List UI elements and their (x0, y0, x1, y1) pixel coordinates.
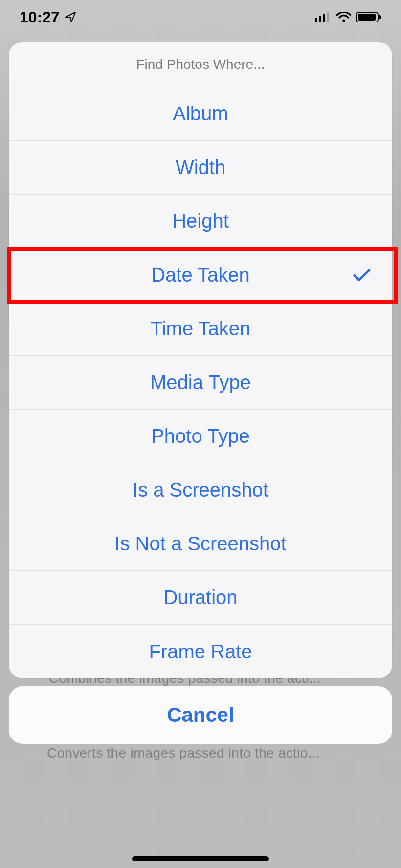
option-photo-type[interactable]: Photo Type (9, 410, 392, 463)
option-label: Time Taken (151, 318, 251, 340)
status-time: 10:27 (20, 8, 60, 26)
option-label: Is a Screenshot (133, 479, 268, 501)
background-hint-text: Converts the images passed into the acti… (47, 745, 320, 761)
action-sheet: Find Photos Where... Album Width Height … (9, 42, 392, 678)
option-date-taken[interactable]: Date Taken (9, 248, 392, 302)
option-duration[interactable]: Duration (9, 571, 392, 625)
option-width[interactable]: Width (9, 141, 392, 195)
option-is-not-screenshot[interactable]: Is Not a Screenshot (9, 517, 392, 571)
cellular-signal-icon (315, 12, 332, 22)
status-bar: 10:27 (0, 0, 401, 34)
option-media-type[interactable]: Media Type (9, 356, 392, 410)
option-label: Width (176, 156, 225, 178)
action-sheet-title: Find Photos Where... (9, 42, 392, 87)
svg-rect-0 (315, 18, 317, 22)
option-label: Is Not a Screenshot (114, 533, 286, 555)
cancel-label: Cancel (167, 703, 234, 727)
battery-icon (356, 11, 381, 23)
wifi-icon (336, 12, 351, 22)
option-is-screenshot[interactable]: Is a Screenshot (9, 463, 392, 517)
svg-rect-2 (323, 14, 325, 22)
svg-rect-3 (327, 12, 329, 22)
svg-point-4 (342, 19, 345, 22)
svg-rect-7 (379, 15, 381, 19)
option-label: Height (172, 210, 229, 232)
option-label: Frame Rate (149, 641, 252, 663)
option-height[interactable]: Height (9, 195, 392, 248)
svg-rect-6 (358, 14, 376, 21)
checkmark-icon (353, 264, 371, 286)
svg-rect-1 (319, 16, 321, 22)
cancel-button[interactable]: Cancel (9, 686, 392, 744)
option-label: Date Taken (151, 264, 250, 286)
option-label: Album (173, 103, 228, 125)
option-time-taken[interactable]: Time Taken (9, 302, 392, 356)
location-icon (65, 11, 76, 23)
option-frame-rate[interactable]: Frame Rate (9, 625, 392, 678)
option-label: Photo Type (151, 425, 250, 447)
home-indicator[interactable] (132, 856, 269, 861)
option-label: Duration (163, 586, 237, 608)
option-album[interactable]: Album (9, 87, 392, 141)
option-label: Media Type (150, 371, 251, 393)
